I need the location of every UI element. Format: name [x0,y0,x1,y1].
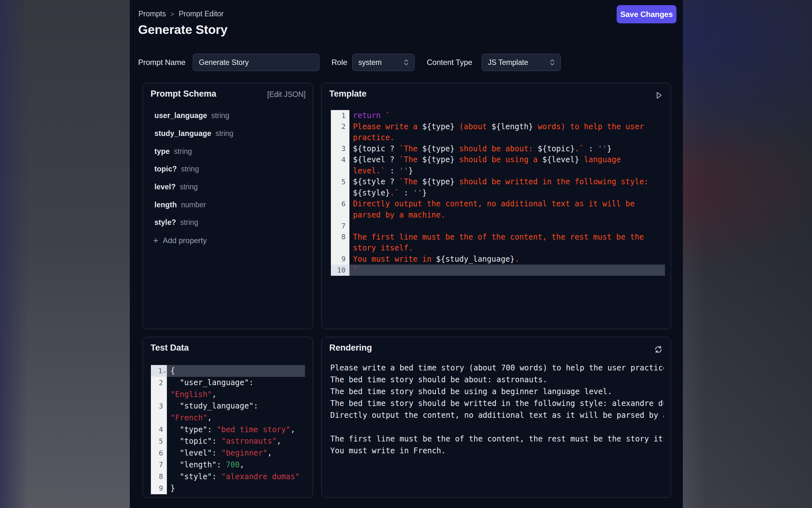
code-token: story itself. [353,244,413,252]
schema-property-type: string [174,147,192,156]
add-property-button[interactable]: +Add property [153,231,306,250]
code-line[interactable]: level.` : ''} [331,165,665,177]
code-token: words) to help the user [533,122,644,131]
code-token: ${length} [492,122,533,131]
code-token: ${style} [353,188,390,197]
code-line[interactable]: 9} [151,482,305,494]
code-token: ${type} [422,144,455,153]
line-number: 5 [331,176,349,187]
schema-property-row[interactable]: study_languagestring [154,125,306,143]
prompt-schema-panel: Prompt Schema [Edit JSON] user_languages… [143,83,313,329]
schema-property-name: length [154,201,177,209]
code-line[interactable]: 4 "type": "bed time story", [151,424,305,435]
run-template-icon[interactable] [656,91,662,100]
code-line-content: "user_language": [167,377,305,389]
schema-property-row[interactable]: topic?string [154,160,306,178]
schema-property-row[interactable]: typestring [154,142,306,160]
code-line-content: You must write in ${study_language}. [349,254,665,265]
rendering-line: Please write a bed time story (about 700… [330,362,664,374]
refresh-icon[interactable] [654,345,663,355]
breadcrumb-prompts[interactable]: Prompts [138,10,166,18]
code-line[interactable]: parsed by a machine. [331,210,665,221]
code-token: , [291,425,295,434]
code-line[interactable]: story itself. [331,243,665,254]
code-line[interactable]: 2Please write a ${type} (about ${length}… [331,121,665,132]
code-line-content: { [167,365,305,377]
breadcrumb-prompt-editor[interactable]: Prompt Editor [179,10,224,18]
code-token: } [408,166,413,175]
code-line-content: ` [349,264,665,276]
code-line[interactable]: 8 "style": "alexandre dumas" [151,471,305,482]
schema-property-list: user_languagestringstudy_languagestringt… [154,107,306,250]
main-content: Prompts > Prompt Editor Generate Story S… [130,0,683,508]
code-line-content: ${level ? `The ${type} should be using a… [349,154,665,165]
line-number [151,412,167,424]
rendering-line: The bed time story should be about: astr… [330,374,664,385]
schema-property-row[interactable]: user_languagestring [154,107,306,125]
code-token: . [515,255,519,264]
line-number: 7 [331,220,349,231]
prompt-name-value: Generate Story [199,58,249,67]
test-data-editor[interactable]: 1⌄{2 "user_language":"English",3 "study_… [151,365,305,494]
code-line-content: story itself. [349,243,665,254]
role-label: Role [332,54,347,71]
code-line[interactable]: "English", [151,388,305,400]
edit-json-link[interactable]: [Edit JSON] [267,90,305,99]
code-line[interactable]: 4${level ? `The ${type} should be using … [331,154,665,165]
code-line-content: "English", [167,388,305,400]
code-line[interactable]: practice. [331,132,665,143]
code-token: return [353,111,381,120]
code-token: level.` [353,166,385,175]
code-token: The first line must be the of the conten… [353,232,644,242]
line-number: 8 [331,231,349,243]
code-line[interactable]: 9You must write in ${study_language}. [331,254,665,265]
prompt-name-label: Prompt Name [138,54,185,71]
line-number: 10 [331,264,349,276]
code-line-content: } [167,482,305,494]
code-line[interactable]: 6 "level": "beginner", [151,447,305,459]
template-code-editor[interactable]: 1return `2Please write a ${type} (about … [331,110,665,276]
code-line[interactable]: 1⌄{ [151,365,305,377]
code-token: ${type} [422,177,455,186]
rendering-line: The first line must be the of the conten… [330,433,664,444]
code-line[interactable]: 1return ` [331,110,665,121]
breadcrumb: Prompts > Prompt Editor [138,10,224,18]
role-value: system [359,58,382,67]
code-token: "English" [171,390,212,399]
prompt-name-input[interactable]: Generate Story [193,54,319,71]
code-token: "level": [171,449,221,458]
schema-property-row[interactable]: lengthnumber [154,196,306,214]
schema-property-row[interactable]: level?string [154,178,306,196]
code-token: Please write a [353,122,422,131]
code-line[interactable]: 2 "user_language": [151,377,305,389]
code-line[interactable]: ${style}.` : ''} [331,187,665,199]
code-line[interactable]: 5${style ? `The ${type} should be writte… [331,176,665,187]
code-line[interactable]: "French", [151,412,305,424]
code-token: `The [399,144,422,153]
code-line[interactable]: 10` [331,264,665,276]
rendering-output: Please write a bed time story (about 700… [330,362,664,457]
code-line[interactable]: 6Directly output the content, no additio… [331,198,665,210]
code-token: ${study_language} [436,255,515,264]
page-title: Generate Story [138,23,228,37]
save-changes-button[interactable]: Save Changes [617,5,676,24]
schema-property-name: topic? [154,165,177,173]
code-token: "bed time story" [217,425,291,434]
code-line[interactable]: 5 "topic": "astronauts", [151,435,305,447]
code-token: `The [399,177,422,186]
role-select[interactable]: system [352,54,415,71]
code-token: ` [353,265,357,274]
fold-chevron-icon[interactable]: ⌄ [163,368,166,374]
code-line[interactable]: 7 "length": 700, [151,459,305,471]
schema-property-row[interactable]: style?string [154,214,306,231]
code-line[interactable]: 7 [331,220,665,231]
code-line[interactable]: 3${topic ? `The ${type} should be about:… [331,143,665,155]
line-number: 3 [331,143,349,155]
code-token: "study_language": [171,401,258,411]
content-type-select[interactable]: JS Template [482,54,561,71]
code-token: "topic": [171,437,221,446]
schema-property-name: user_language [154,111,207,120]
code-line[interactable]: 3 "study_language": [151,400,305,412]
code-token: language [579,155,621,164]
code-line[interactable]: 8The first line must be the of the conte… [331,231,665,243]
